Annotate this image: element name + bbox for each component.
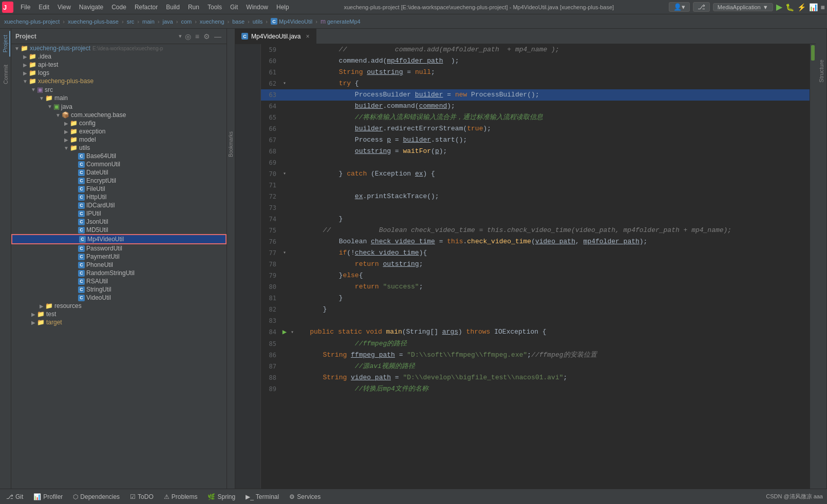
breadcrumb-utils[interactable]: utils (253, 18, 263, 25)
debug-button[interactable]: 🐛 (785, 3, 794, 11)
breadcrumb-com[interactable]: com (181, 18, 192, 25)
code-line-74: 74 } (261, 214, 810, 225)
tree-item-randomstringutil[interactable]: ▶ C RandomStringUtil (11, 269, 227, 277)
videoutil-class-icon: C (78, 295, 85, 301)
vcs-btn[interactable]: ⎇ (693, 2, 710, 12)
tree-item-videoutil[interactable]: ▶ C VideoUtil (11, 294, 227, 302)
dependencies-bottom-btn[interactable]: ⬡ Dependencies (71, 492, 122, 501)
tree-item-root[interactable]: ▼ 📁 xuecheng-plus-project E:\idea-worksp… (11, 44, 227, 52)
menu-git[interactable]: Git (226, 3, 242, 12)
menu-help[interactable]: Help (272, 3, 293, 12)
code-line-60: 60 commend.add(mp4folder_path ); (261, 55, 810, 67)
structure-label[interactable]: Structure (818, 60, 824, 83)
tree-item-com[interactable]: ▼ 📦 com.xuecheng.base (11, 111, 227, 119)
menu-edit[interactable]: Edit (34, 3, 53, 12)
tree-item-model[interactable]: ▶ 📁 model (11, 135, 227, 144)
breadcrumb-java[interactable]: java (163, 18, 173, 25)
stop-button[interactable]: ■ (821, 3, 825, 11)
tree-item-paymentutil[interactable]: ▶ C PaymentUtil (11, 253, 227, 261)
fold-icon-62[interactable]: ▾ (283, 78, 286, 89)
panel-settings-btn[interactable]: ⚙ (202, 31, 211, 42)
run-arrow-84[interactable]: ▶ (283, 326, 287, 338)
tree-item-jsonutil[interactable]: ▶ C JsonUtil (11, 218, 227, 226)
tree-item-base[interactable]: ▼ 📁 xuecheng-plus-base (11, 77, 227, 85)
scroll-thumb[interactable] (811, 45, 815, 61)
tree-item-test[interactable]: ▶ 📁 test (11, 310, 227, 318)
tree-item-apitest[interactable]: ▶ 📁 api-test (11, 61, 227, 69)
tree-item-httputil[interactable]: ▶ C HttpUtil (11, 193, 227, 201)
terminal-bottom-btn[interactable]: ▶_ Terminal (243, 492, 281, 501)
panel-header: Project ▾ ◎ ≡ ⚙ — (11, 29, 227, 44)
tree-item-fileutil[interactable]: ▶ C FileUtil (11, 185, 227, 193)
tree-item-exception[interactable]: ▶ 📁 execption (11, 127, 227, 135)
menu-view[interactable]: View (53, 3, 75, 12)
panel-minimize-btn[interactable]: — (213, 31, 222, 42)
menu-run[interactable]: Run (184, 3, 203, 12)
tree-item-java[interactable]: ▼ ▣ java (11, 102, 227, 111)
git-label: Git (15, 493, 23, 500)
breadcrumb-class[interactable]: C Mp4VideoUtil (271, 18, 312, 25)
tree-item-encryptutil[interactable]: ▶ C EncryptUtil (11, 177, 227, 185)
tree-item-main[interactable]: ▼ 📁 main (11, 94, 227, 102)
user-icon-btn[interactable]: 👤▾ (669, 2, 690, 12)
tree-item-phoneutil[interactable]: ▶ C PhoneUtil (11, 261, 227, 269)
tree-item-logs[interactable]: ▶ 📁 logs (11, 69, 227, 77)
tree-item-utils[interactable]: ▼ 📁 utils (11, 144, 227, 152)
tree-item-passwordutil[interactable]: ▶ C PasswordUtil (11, 244, 227, 253)
tree-item-stringutil[interactable]: ▶ C StringUtil (11, 285, 227, 294)
menu-build[interactable]: Build (162, 3, 184, 12)
tree-item-mp4videoutil[interactable]: ▶ C Mp4VideoUtil (11, 234, 227, 244)
tab-mp4videoutil[interactable]: C Mp4VideoUtil.java × (235, 29, 316, 44)
tree-item-md5util[interactable]: ▶ C MD5Util (11, 226, 227, 234)
todo-bottom-btn[interactable]: ☑ ToDO (128, 492, 156, 501)
menu-code[interactable]: Code (107, 3, 130, 12)
tree-item-idcardutil[interactable]: ▶ C IDCardUtil (11, 201, 227, 209)
spring-bottom-btn[interactable]: 🌿 Spring (205, 492, 237, 501)
tree-item-commonutil[interactable]: ▶ C CommonUtil (11, 160, 227, 168)
apitest-folder-icon: 📁 (29, 61, 36, 68)
menu-window[interactable]: Window (242, 3, 272, 12)
tree-item-config[interactable]: ▶ 📁 config (11, 119, 227, 127)
breadcrumb-method[interactable]: m generateMp4 (321, 18, 361, 25)
breadcrumb-project[interactable]: xuecheng-plus-project (4, 18, 60, 25)
git-bottom-btn[interactable]: ⎇ Git (4, 492, 25, 501)
coverage-button[interactable]: ⚡ (797, 3, 806, 11)
bookmarks-sidebar: Bookmarks (227, 29, 235, 489)
menu-file[interactable]: File (16, 3, 34, 12)
tree-item-rsautil[interactable]: ▶ C RSAUtil (11, 277, 227, 285)
menu-refactor[interactable]: Refactor (130, 3, 162, 12)
tree-item-iputil[interactable]: ▶ C IPUtil (11, 209, 227, 218)
breadcrumb-main[interactable]: main (142, 18, 155, 25)
tree-item-resources[interactable]: ▶ 📁 resources (11, 302, 227, 310)
breadcrumb-base2[interactable]: base (232, 18, 245, 25)
profiler-bottom-btn[interactable]: 📊 Profiler (31, 492, 65, 501)
problems-bottom-btn[interactable]: ⚠ Problems (162, 492, 200, 501)
services-bottom-btn[interactable]: ⚙ Services (287, 492, 323, 501)
tree-item-src[interactable]: ▼ ▣ src (11, 85, 227, 94)
breadcrumb-bar: xuecheng-plus-project › xuecheng-plus-ba… (0, 14, 827, 29)
fold-icon-70[interactable]: ▾ (283, 168, 286, 180)
breadcrumb-base[interactable]: xuecheng-plus-base (68, 18, 119, 25)
commit-tab[interactable]: Commit (2, 61, 10, 88)
run-config-btn[interactable]: MediaApplication ▼ (713, 3, 773, 11)
breadcrumb-src[interactable]: src (127, 18, 135, 25)
menu-navigate[interactable]: Navigate (75, 3, 107, 12)
project-tab[interactable]: Project (1, 31, 10, 56)
code-content-area[interactable]: 59 // commend.add(mp4folder_path + mp4_n… (261, 44, 810, 489)
tree-item-dateutil[interactable]: ▶ C DateUtil (11, 168, 227, 177)
panel-collapse-btn[interactable]: ≡ (194, 31, 200, 42)
fold-icon-77[interactable]: ▾ (283, 247, 286, 259)
randomstringutil-class-icon: C (78, 270, 85, 277)
menu-tools[interactable]: Tools (203, 3, 226, 12)
profile-button[interactable]: 📊 (809, 3, 818, 11)
run-button[interactable]: ▶ (776, 2, 782, 12)
tree-item-idea[interactable]: ▶ 📁 .idea (11, 52, 227, 61)
breadcrumb-xuecheng[interactable]: xuecheng (200, 18, 224, 25)
tree-item-target[interactable]: ▶ 📁 target (11, 318, 227, 326)
tab-close-button[interactable]: × (306, 33, 310, 40)
bookmarks-label[interactable]: Bookmarks (228, 131, 234, 157)
todo-label: ToDO (138, 493, 154, 500)
panel-locate-btn[interactable]: ◎ (184, 31, 192, 42)
tree-item-base64util[interactable]: ▶ C Base64Util (11, 152, 227, 160)
phoneutil-class-icon: C (78, 262, 85, 268)
